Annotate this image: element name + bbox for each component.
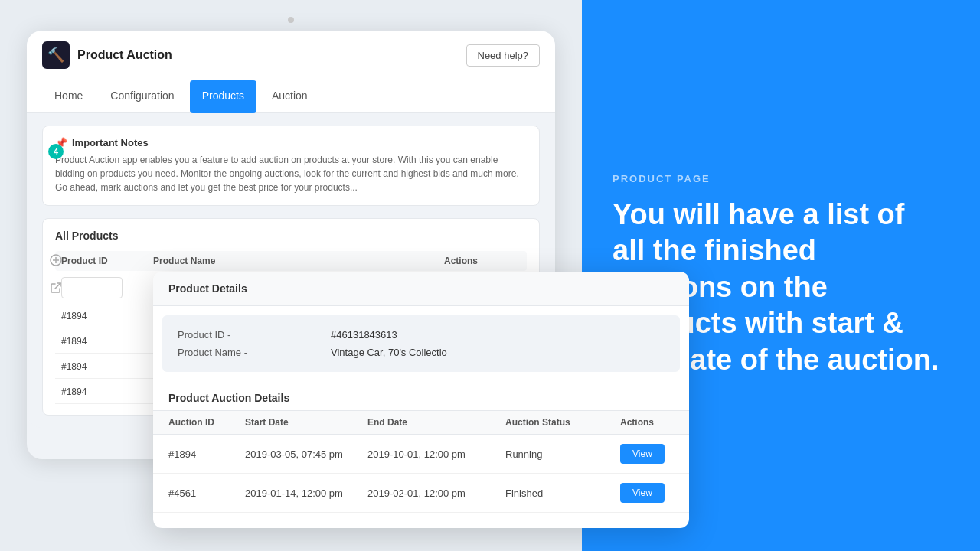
app-logo-icon: 🔨	[42, 41, 70, 69]
products-table-header: Product ID Product Name Actions	[55, 251, 527, 271]
product-name-value: Vintage Car, 70's Collectio	[331, 344, 665, 361]
auction-row1-start: 2019-03-05, 07:45 pm	[245, 448, 368, 460]
sidebar-icons	[48, 253, 64, 295]
modal-bottom-space	[153, 513, 689, 528]
dot-indicator	[288, 17, 294, 23]
right-panel-label: PRODUCT PAGE	[612, 173, 942, 184]
auction-col-actions: Actions	[620, 417, 689, 428]
auction-row2-end: 2019-02-01, 12:00 pm	[368, 487, 505, 499]
products-section-title: All Products	[55, 230, 527, 242]
view-button-1[interactable]: View	[620, 444, 665, 464]
product-id-label: Product ID -	[178, 326, 331, 344]
auction-table-header: Auction ID Start Date End Date Auction S…	[153, 410, 689, 435]
auction-col-status: Auction Status	[505, 417, 620, 428]
notes-text: Product Auction app enables you a featur…	[55, 153, 527, 194]
modal-product-details-header: Product Details	[153, 272, 689, 306]
view-button-2[interactable]: View	[620, 483, 665, 503]
nav-products[interactable]: Products	[190, 80, 256, 113]
nav-home[interactable]: Home	[42, 80, 95, 113]
modal-auction-details-header: Product Auction Details	[153, 381, 689, 410]
external-link-icon[interactable]	[48, 280, 64, 295]
auction-row-2: #4561 2019-01-14, 12:00 pm 2019-02-01, 1…	[153, 474, 689, 513]
need-help-button[interactable]: Need help?	[466, 44, 541, 67]
auction-col-end: End Date	[368, 417, 505, 428]
plus-icon[interactable]	[48, 253, 64, 268]
auction-row2-action[interactable]: View	[620, 483, 689, 503]
product-name-label: Product Name -	[178, 344, 331, 361]
search-product-id[interactable]	[61, 277, 122, 298]
auction-row1-action[interactable]: View	[620, 444, 689, 464]
notes-box: 📌 Important Notes Product Auction app en…	[42, 126, 540, 206]
modal-details-grid: Product ID - #46131843613 Product Name -…	[162, 315, 680, 372]
auction-col-start: Start Date	[245, 417, 368, 428]
row-id-4: #1894	[61, 386, 153, 397]
auction-row1-end: 2019-10-01, 12:00 pm	[368, 448, 505, 460]
row-id-1: #1894	[61, 311, 153, 321]
auction-row1-status: Running	[505, 448, 620, 460]
auction-col-id: Auction ID	[168, 417, 245, 428]
notes-title: 📌 Important Notes	[55, 137, 527, 148]
auction-row2-status: Finished	[505, 487, 620, 499]
col-product-id: Product ID	[61, 256, 153, 266]
app-title: Product Auction	[77, 48, 172, 62]
notification-badge: 4	[48, 144, 64, 159]
nav-auction[interactable]: Auction	[260, 80, 320, 113]
row-id-3: #1894	[61, 361, 153, 372]
app-header: 🔨 Product Auction Need help?	[27, 31, 555, 80]
svg-line-3	[55, 283, 60, 289]
col-product-name: Product Name	[153, 256, 444, 266]
auction-row2-start: 2019-01-14, 12:00 pm	[245, 487, 368, 499]
nav-configuration[interactable]: Configuration	[98, 80, 186, 113]
nav-bar: Home Configuration Products Auction	[27, 80, 555, 113]
col-actions: Actions	[444, 256, 521, 266]
auction-row2-id: #4561	[168, 487, 245, 499]
auction-row1-id: #1894	[168, 448, 245, 460]
row-id-2: #1894	[61, 336, 153, 347]
auction-row-1: #1894 2019-03-05, 07:45 pm 2019-10-01, 1…	[153, 435, 689, 474]
app-logo-area: 🔨 Product Auction	[42, 41, 172, 69]
main-area: 4 🔨 Product Auction	[0, 0, 582, 551]
product-id-value: #46131843613	[331, 326, 665, 344]
product-details-modal: Product Details Product ID - #4613184361…	[153, 272, 689, 528]
